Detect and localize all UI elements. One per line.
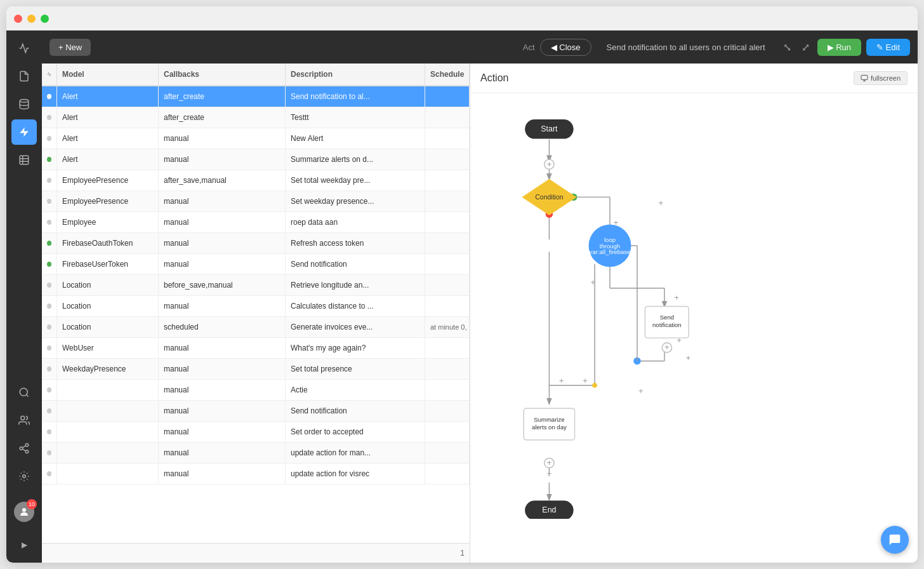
table-row[interactable]: manual Actie [42, 380, 470, 401]
new-button[interactable]: + New [50, 39, 91, 56]
row-schedule [425, 191, 470, 211]
minimize-icon[interactable]: ⤡ [781, 39, 794, 56]
row-indicator [42, 317, 57, 337]
row-model: WeekdayPresence [57, 359, 159, 379]
table-row[interactable]: manual Send notification [42, 401, 470, 422]
row-schedule: at minute 0, on hou [425, 317, 470, 337]
sidebar-item-users[interactable] [11, 408, 37, 433]
row-indicator [42, 338, 57, 358]
row-callbacks: manual [159, 359, 286, 379]
sidebar-item-settings[interactable] [11, 464, 37, 489]
close-button[interactable] [14, 15, 22, 23]
minimize-button[interactable] [27, 15, 36, 23]
svg-rect-2 [20, 156, 29, 164]
svg-text:+: + [685, 353, 690, 363]
table-row[interactable]: Alert after_create Testtt [42, 107, 470, 128]
table-row[interactable]: Location before_save,manual Retrieve lon… [42, 275, 470, 296]
svg-rect-16 [861, 76, 868, 80]
table-row[interactable]: EmployeePresence after_save,manual Set t… [42, 170, 470, 191]
row-indicator [42, 401, 57, 421]
col-model: Model [57, 64, 159, 85]
table-row[interactable]: WebUser manual What's my age again? [42, 338, 470, 359]
row-model: Location [57, 296, 159, 316]
row-description: Summarize alerts on d... [286, 149, 425, 170]
row-callbacks: after_save,manual [159, 170, 286, 191]
row-schedule [425, 296, 470, 316]
row-callbacks: manual [159, 128, 286, 149]
table-panel: Model Callbacks Description Schedule Ale… [42, 64, 470, 563]
row-callbacks: manual [159, 380, 286, 400]
svg-text:Send: Send [660, 314, 674, 321]
row-callbacks: after_create [159, 107, 286, 128]
sidebar-expand[interactable]: ▶ [11, 532, 37, 558]
row-description: Testtt [286, 107, 425, 128]
svg-text:+: + [547, 159, 552, 169]
row-callbacks: manual [159, 191, 286, 211]
row-description: Send notification [286, 401, 425, 421]
table-row[interactable]: WeekdayPresence manual Set total presenc… [42, 359, 470, 380]
act-label: Act [523, 43, 535, 52]
row-model: FirebaseOauthToken [57, 233, 159, 253]
row-model: Alert [57, 86, 159, 107]
table-row[interactable]: Alert manual New Alert [42, 128, 470, 149]
maximize-button[interactable] [41, 15, 49, 23]
col-callbacks: Callbacks [159, 64, 286, 85]
sidebar-item-database[interactable] [11, 91, 37, 117]
table-row[interactable]: Employee manual roep data aan [42, 212, 470, 233]
row-indicator [42, 422, 57, 442]
row-schedule [425, 170, 470, 191]
row-callbacks: manual [159, 233, 286, 253]
table-row[interactable]: manual Set order to accepted [42, 422, 470, 443]
col-indicator [42, 64, 57, 85]
table-row[interactable]: FirebaseUserToken manual Send notificati… [42, 254, 470, 275]
diagram-area[interactable]: + + [470, 93, 918, 563]
row-schedule [425, 149, 470, 170]
col-schedule: Schedule [425, 64, 470, 85]
row-model: Alert [57, 107, 159, 128]
chat-button[interactable] [881, 526, 909, 554]
row-schedule [425, 380, 470, 400]
svg-line-7 [26, 394, 28, 396]
svg-text:+: + [547, 394, 552, 404]
row-description: Set total weekday pre... [286, 170, 425, 191]
table-row[interactable]: Alert after_create Send notification to … [42, 86, 470, 107]
table-row[interactable]: FirebaseOauthToken manual Refresh access… [42, 233, 470, 254]
svg-text:+: + [559, 376, 564, 385]
sidebar-item-share[interactable] [11, 436, 37, 461]
table-row[interactable]: Location scheduled Generate invoices eve… [42, 317, 470, 338]
row-model: Alert [57, 128, 159, 149]
svg-text:+: + [674, 293, 679, 302]
row-callbacks: manual [159, 149, 286, 170]
row-indicator [42, 107, 57, 128]
expand-icon[interactable]: ⤢ [799, 39, 812, 56]
sidebar-item-table[interactable] [11, 147, 37, 173]
fullscreen-button[interactable]: fullscreen [854, 71, 908, 85]
row-indicator [42, 128, 57, 149]
table-row[interactable]: EmployeePresence manual Set weekday pres… [42, 191, 470, 212]
table-row[interactable]: Alert manual Summarize alerts on d... [42, 149, 470, 170]
row-callbacks: manual [159, 464, 286, 484]
row-model: Alert [57, 149, 159, 170]
action-title-text: Send notification to all users on critic… [607, 43, 765, 52]
row-callbacks: manual [159, 296, 286, 316]
sidebar-item-file[interactable] [11, 64, 37, 89]
app-body: 10 ▶ + New Act ◀ Close Send notification… [6, 30, 918, 563]
table-row[interactable]: Location manual Calculates distance to .… [42, 296, 470, 317]
sidebar-item-bolt[interactable] [11, 119, 37, 145]
edit-button[interactable]: ✎ Edit [866, 39, 910, 56]
run-button[interactable]: ▶ Run [817, 39, 861, 56]
row-description: Calculates distance to ... [286, 296, 425, 316]
svg-text:+: + [547, 458, 552, 467]
sidebar-item-search[interactable] [11, 380, 37, 405]
table-row[interactable]: manual update action for man... [42, 443, 470, 464]
close-action-button[interactable]: ◀ Close [540, 39, 591, 56]
row-schedule [425, 275, 470, 295]
sidebar-item-chart[interactable] [11, 36, 37, 61]
svg-line-12 [22, 449, 25, 451]
table-body: Alert after_create Send notification to … [42, 86, 470, 543]
avatar-wrapper[interactable]: 10 [14, 502, 34, 522]
svg-point-14 [23, 475, 26, 478]
table-row[interactable]: manual update action for visrec [42, 464, 470, 485]
svg-text:+: + [583, 376, 588, 385]
row-model [57, 422, 159, 442]
